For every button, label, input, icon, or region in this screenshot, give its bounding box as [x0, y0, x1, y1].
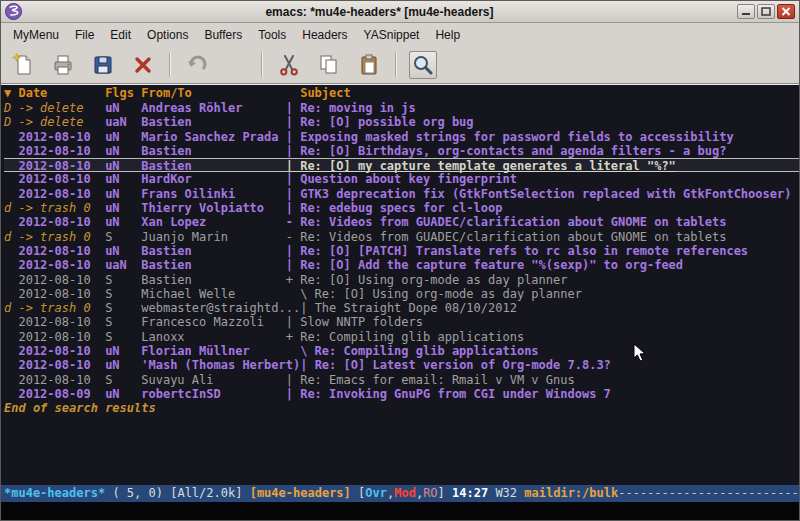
- toolbar: [1, 47, 799, 84]
- minibuffer[interactable]: [1, 502, 799, 520]
- message-row[interactable]: d-> trash 0SJuanjo Marin- Re: Videos fro…: [4, 230, 799, 244]
- message-mark: D: [4, 115, 18, 129]
- message-row[interactable]: 2012-08-10SLanoxx+ Re: Compiling glib ap…: [4, 330, 799, 344]
- toolbar-separator: [169, 53, 171, 77]
- message-from: Thierry Volpiatto: [141, 201, 285, 215]
- message-row[interactable]: d-> trash 0uNThierry Volpiatto| Re: edeb…: [4, 201, 799, 215]
- message-subject: - Re: Videos from GUADEC/clarification a…: [286, 230, 727, 244]
- message-subject: | Re: edebug specs for cl-loop: [286, 201, 503, 215]
- cut-button[interactable]: [275, 51, 303, 79]
- message-row[interactable]: 2012-08-10uNMario Sanchez Prada| Exposin…: [4, 130, 799, 144]
- window-title: emacs: *mu4e-headers* [mu4e-headers]: [26, 5, 733, 19]
- modeline-segment: *mu4e-headers*: [4, 486, 105, 500]
- menu-item-yasnippet[interactable]: YASnippet: [356, 25, 428, 45]
- message-row[interactable]: 2012-08-10uNBastien| Re: [O] Birthdays, …: [4, 144, 799, 158]
- message-flags: S: [105, 273, 141, 287]
- modeline-segment: ( 5, 0): [105, 486, 170, 500]
- message-mark: d: [4, 201, 18, 215]
- copy-button[interactable]: [315, 51, 343, 79]
- undo-button[interactable]: [183, 51, 211, 79]
- message-row[interactable]: 2012-08-09uNrobertcInSD| Re: Invoking Gn…: [4, 387, 799, 401]
- column-header-from[interactable]: From/To: [141, 85, 285, 101]
- message-row[interactable]: 2012-08-10SSuvayu Ali| Re: Emacs for ema…: [4, 373, 799, 387]
- message-date: -> trash 0: [18, 301, 105, 315]
- message-row[interactable]: 2012-08-10uNFrans Oilinki| GTK3 deprecat…: [4, 187, 799, 201]
- message-subject: | Re: [O] possible org bug: [286, 115, 474, 129]
- message-from: Bastien: [141, 144, 285, 158]
- message-flags: uaN: [105, 115, 141, 129]
- print-button[interactable]: [49, 51, 77, 79]
- message-subject: | Re: [O] [PATCH] Translate refs to rc a…: [286, 244, 748, 258]
- message-row[interactable]: D-> deleteuaNBastien| Re: [O] possible o…: [4, 115, 799, 129]
- modeline-segment: maildir:/bulk: [524, 486, 618, 500]
- message-date: 2012-08-10: [18, 258, 105, 272]
- menu-item-file[interactable]: File: [67, 25, 102, 45]
- menu-item-mymenu[interactable]: MyMenu: [5, 25, 67, 45]
- modeline-segment: Mod: [394, 486, 416, 500]
- menu-item-edit[interactable]: Edit: [102, 25, 139, 45]
- message-flags: S: [105, 301, 141, 315]
- message-flags: uN: [105, 130, 141, 144]
- menu-item-buffers[interactable]: Buffers: [196, 25, 250, 45]
- mode-line: *mu4e-headers* ( 5, 0) [All/2.0k] [mu4e-…: [1, 485, 799, 502]
- message-date: 2012-08-09: [18, 387, 105, 401]
- message-row[interactable]: 2012-08-10uN'Mash (Thomas Herbert)| Re: …: [4, 358, 799, 372]
- message-date: 2012-08-10: [18, 287, 105, 301]
- sort-indicator: ▼: [4, 85, 18, 101]
- menu-bar: MyMenuFileEditOptionsBuffersToolsHeaders…: [1, 23, 799, 47]
- buffer-area[interactable]: ▼DateFlgsFrom/ToSubject D-> deleteuNAndr…: [1, 84, 799, 485]
- message-row[interactable]: 2012-08-10uNHardKor| Question about key …: [4, 172, 799, 186]
- message-row[interactable]: 2012-08-10SFrancesco Mazzoli| Slow NNTP …: [4, 315, 799, 329]
- maximize-button[interactable]: [757, 4, 775, 19]
- print-icon: [51, 53, 75, 77]
- menu-item-help[interactable]: Help: [427, 25, 468, 45]
- message-from: Xan Lopez: [141, 215, 285, 229]
- window-controls: [737, 4, 795, 19]
- message-row[interactable]: 2012-08-10uNBastien| Re: [O] my capture …: [4, 158, 799, 172]
- message-row[interactable]: d-> trash 0Swebmaster@straightd...| The …: [4, 301, 799, 315]
- message-row[interactable]: 2012-08-10SBastien+ Re: [O] Using org-mo…: [4, 273, 799, 287]
- message-from: Bastien: [141, 159, 285, 173]
- message-row[interactable]: 2012-08-10uNFlorian Müllner \ Re: Compil…: [4, 344, 799, 358]
- message-row[interactable]: 2012-08-10uNXan Lopez- Re: Videos from G…: [4, 215, 799, 229]
- modeline-segment: [All/2.0k]: [170, 486, 249, 500]
- toolbar-separator: [261, 53, 263, 77]
- paste-button[interactable]: [355, 51, 383, 79]
- close-buffer-button[interactable]: [129, 51, 157, 79]
- emacs-window: emacs: *mu4e-headers* [mu4e-headers] MyM…: [0, 0, 800, 521]
- maximize-icon: [761, 7, 771, 16]
- message-from: Bastien: [141, 244, 285, 258]
- end-of-results-text: End of search results: [4, 401, 799, 416]
- message-flags: S: [105, 330, 141, 344]
- message-flags: uN: [105, 215, 141, 229]
- column-header-flags[interactable]: Flgs: [105, 85, 141, 101]
- column-header-subject[interactable]: Subject: [286, 85, 351, 101]
- minimize-button[interactable]: [737, 4, 755, 19]
- modeline-segment: ]: [438, 486, 452, 500]
- search-button[interactable]: [409, 51, 437, 79]
- message-row[interactable]: 2012-08-10uNBastien| Re: [O] [PATCH] Tra…: [4, 244, 799, 258]
- menu-item-tools[interactable]: Tools: [250, 25, 294, 45]
- message-date: -> trash 0: [18, 230, 105, 244]
- search-icon: [411, 53, 435, 77]
- message-row[interactable]: 2012-08-10SMichael Welle \ Re: [O] Using…: [4, 287, 799, 301]
- message-date: 2012-08-10: [18, 215, 105, 229]
- message-flags: uN: [105, 159, 141, 173]
- new-file-button[interactable]: [9, 51, 37, 79]
- message-list: D-> deleteuNAndreas Röhler| Re: moving i…: [4, 101, 799, 401]
- menu-item-headers[interactable]: Headers: [294, 25, 355, 45]
- copy-icon: [317, 53, 341, 77]
- message-date: 2012-08-10: [18, 330, 105, 344]
- save-button[interactable]: [89, 51, 117, 79]
- message-row[interactable]: D-> deleteuNAndreas Röhler| Re: moving i…: [4, 101, 799, 115]
- message-from: Michael Welle: [141, 287, 285, 301]
- emacs-app-icon[interactable]: [5, 3, 22, 20]
- menu-item-options[interactable]: Options: [139, 25, 196, 45]
- message-subject: + Re: [O] Using org-mode as day planner: [286, 273, 568, 287]
- close-button[interactable]: [777, 4, 795, 19]
- message-row[interactable]: 2012-08-10uaNBastien| Re: [O] Add the ca…: [4, 258, 799, 272]
- message-flags: S: [105, 287, 141, 301]
- undo-icon: [185, 53, 209, 77]
- message-date: -> delete: [18, 115, 105, 129]
- column-header-date[interactable]: Date: [18, 85, 105, 101]
